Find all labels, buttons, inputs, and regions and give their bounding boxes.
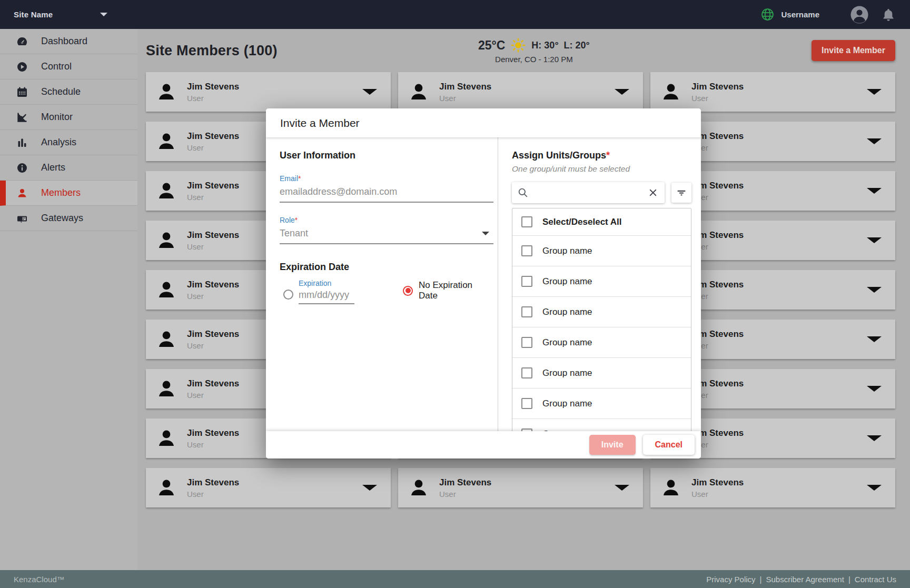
member-card[interactable]: Jim Stevens User: [398, 72, 643, 112]
globe-icon[interactable]: [760, 7, 775, 22]
member-name: Jim Stevens: [691, 131, 867, 142]
member-card[interactable]: Jim Stevens User: [146, 72, 391, 112]
person-icon: [16, 187, 28, 200]
avatar[interactable]: [850, 5, 869, 24]
select-deselect-all-row[interactable]: Select/Deselect All: [512, 208, 691, 236]
group-checkbox[interactable]: [521, 367, 532, 378]
sidebar-item-control[interactable]: Control: [0, 54, 137, 79]
expiration-label: Expiration: [299, 279, 354, 287]
chevron-down-icon[interactable]: [867, 188, 882, 194]
group-row[interactable]: Group name: [512, 266, 691, 297]
sidebar-item-gateways[interactable]: Gateways: [0, 206, 137, 231]
subscriber-agreement-link[interactable]: Subscriber Agreement: [766, 575, 844, 584]
line-chart-icon: [16, 111, 28, 124]
expiration-date-radio[interactable]: [283, 290, 293, 300]
sidebar-item-label: Control: [41, 61, 72, 72]
member-name: Jim Stevens: [691, 82, 867, 92]
group-checkbox[interactable]: [521, 245, 532, 256]
privacy-policy-link[interactable]: Privacy Policy: [706, 575, 755, 584]
invite-button[interactable]: Invite: [589, 435, 636, 455]
site-selector[interactable]: Site Name: [14, 10, 107, 19]
group-row[interactable]: Group name: [512, 297, 691, 327]
member-card[interactable]: Jim Stevens User: [146, 468, 391, 507]
link-separator: |: [848, 575, 850, 584]
group-name-label: Group name: [542, 276, 592, 287]
member-name: Jim Stevens: [439, 477, 615, 488]
group-checkbox[interactable]: [521, 337, 532, 348]
sidebar-item-label: Dashboard: [41, 36, 87, 47]
chevron-down-icon[interactable]: [867, 287, 882, 293]
contract-us-link[interactable]: Contract Us: [855, 575, 896, 584]
modal-body: User Information Email* emailaddress@dom…: [266, 137, 701, 431]
sidebar-item-label: Gateways: [41, 213, 83, 224]
email-field: Email* emailaddress@domain.com: [280, 174, 493, 203]
person-icon: [660, 81, 682, 103]
member-role: User: [691, 391, 867, 400]
topbar: Site Name Username: [0, 0, 910, 29]
weather-temp: 25°C: [478, 38, 505, 53]
sidebar-item-alerts[interactable]: Alerts: [0, 155, 137, 181]
person-icon: [660, 477, 682, 499]
select-all-label: Select/Deselect All: [542, 217, 622, 227]
group-search-field[interactable]: [512, 182, 665, 203]
clear-search-icon[interactable]: [647, 186, 659, 199]
calendar-icon: [16, 86, 28, 98]
chevron-down-icon[interactable]: [867, 89, 882, 95]
group-name-label: Group name: [542, 337, 592, 348]
chevron-down-icon[interactable]: [867, 138, 882, 144]
group-row[interactable]: Group name: [512, 236, 691, 266]
chevron-down-icon[interactable]: [362, 485, 377, 491]
group-row[interactable]: Group name: [512, 388, 691, 419]
group-checkbox[interactable]: [521, 306, 532, 317]
chevron-down-icon[interactable]: [362, 89, 377, 95]
member-card[interactable]: Jim Stevens User: [650, 468, 895, 507]
person-icon: [155, 230, 177, 252]
group-row[interactable]: Group name: [512, 358, 691, 388]
member-name: Jim Stevens: [691, 378, 867, 389]
chevron-down-icon[interactable]: [867, 237, 882, 243]
member-card[interactable]: Jim Stevens User: [398, 468, 643, 507]
person-icon: [155, 81, 177, 103]
chevron-down-icon[interactable]: [867, 485, 882, 491]
group-row[interactable]: Group name: [512, 419, 691, 431]
member-card[interactable]: Jim Stevens User: [650, 72, 895, 112]
select-all-checkbox[interactable]: [521, 216, 532, 227]
bell-icon[interactable]: [881, 7, 896, 23]
info-circle-icon: [16, 162, 28, 174]
invite-a-member-button[interactable]: Invite a Member: [812, 40, 895, 61]
sidebar-item-dashboard[interactable]: Dashboard: [0, 29, 137, 54]
member-role: User: [691, 193, 867, 202]
chevron-down-icon[interactable]: [615, 485, 629, 491]
no-expiration-radio[interactable]: [403, 286, 413, 296]
sidebar-item-members[interactable]: Members: [0, 181, 137, 206]
sidebar-item-monitor[interactable]: Monitor: [0, 105, 137, 130]
filter-icon[interactable]: [671, 183, 691, 203]
member-role: User: [439, 94, 615, 103]
main-header: Site Members (100) 25°C H: 30° L: 20° De…: [137, 29, 910, 71]
member-name: Jim Stevens: [691, 329, 867, 340]
person-icon: [408, 81, 430, 103]
role-select[interactable]: Tenant: [280, 224, 493, 244]
sidebar-item-analysis[interactable]: Analysis: [0, 130, 137, 155]
chevron-down-icon[interactable]: [867, 386, 882, 392]
group-name-label: Group name: [542, 246, 592, 256]
expiration-heading: Expiration Date: [280, 262, 493, 273]
group-checkbox[interactable]: [521, 398, 532, 409]
weather-high: H: 30°: [531, 40, 558, 51]
chevron-down-icon[interactable]: [615, 89, 629, 95]
sidebar-item-label: Alerts: [41, 162, 65, 173]
chevron-down-icon[interactable]: [867, 336, 882, 342]
footer: KenzaCloud™ Privacy Policy | Subscriber …: [0, 570, 910, 588]
sidebar-item-label: Monitor: [41, 112, 73, 123]
member-role: User: [187, 490, 362, 499]
date-input[interactable]: mm/dd/yyyy: [299, 288, 354, 304]
group-row[interactable]: Group name: [512, 327, 691, 358]
brand-label: KenzaCloud™: [14, 575, 65, 584]
group-search-input[interactable]: [533, 188, 647, 197]
group-checkbox[interactable]: [521, 276, 532, 287]
email-input[interactable]: emailaddress@domain.com: [280, 183, 493, 203]
role-value: Tenant: [280, 228, 308, 239]
sidebar-item-schedule[interactable]: Schedule: [0, 79, 137, 105]
chevron-down-icon[interactable]: [867, 435, 882, 441]
cancel-button[interactable]: Cancel: [643, 435, 695, 455]
